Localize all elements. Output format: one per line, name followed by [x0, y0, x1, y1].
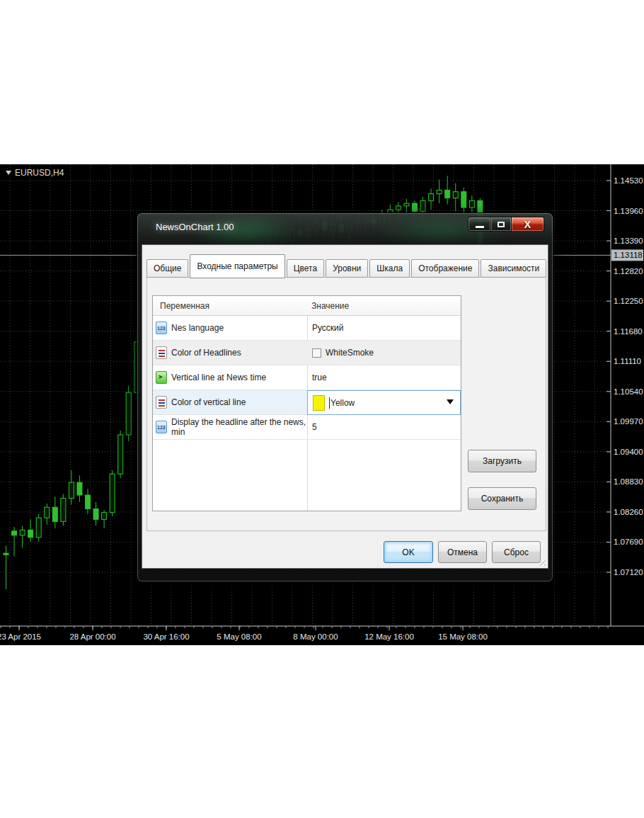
price-axis-label: 1.09400 — [614, 448, 643, 456]
time-axis-label: 28 Apr 00:00 — [69, 632, 115, 641]
price-axis-label: 1.08830 — [614, 477, 643, 486]
current-price-label: 1.13118 — [614, 251, 643, 259]
tab-bar: ОбщиеВходные параметрыЦветаУровниШкалаОт… — [146, 253, 548, 278]
bool-param-icon — [156, 371, 167, 384]
table-row[interactable]: Display the headline after the news, min… — [153, 415, 461, 440]
param-name: Nes language — [171, 323, 224, 333]
tab-6[interactable]: Отображение — [411, 259, 479, 278]
price-axis-label: 1.12820 — [614, 267, 643, 275]
tab-2[interactable]: Входные параметры — [190, 254, 284, 278]
numeric-param-icon — [156, 322, 167, 334]
save-button[interactable]: Сохранить — [468, 487, 536, 510]
maximize-button[interactable] — [491, 217, 512, 232]
tab-5[interactable]: Шкала — [369, 259, 410, 278]
newsonchart-dialog: NewsOnChart 1.00 X ОбщиеВходные параметр… — [137, 212, 553, 582]
price-axis-label: 1.08260 — [614, 508, 643, 516]
price-axis-label: 1.11680 — [614, 327, 643, 336]
param-name: Display the headline after the news, min — [171, 417, 307, 437]
cancel-button[interactable]: Отмена — [438, 541, 487, 563]
parameters-table: Переменная Значение Nes languageРусскийC… — [152, 295, 461, 511]
ok-button-label: OK — [402, 547, 414, 557]
dialog-titlebar[interactable]: NewsOnChart 1.00 X — [137, 213, 553, 244]
ok-button[interactable]: OK — [384, 541, 433, 563]
tab-1[interactable]: Общие — [146, 259, 188, 278]
symbol-label[interactable]: EURUSD,H4 — [6, 168, 64, 178]
column-header-param: Переменная — [160, 301, 209, 311]
price-axis-label: 1.09970 — [614, 417, 643, 426]
reset-button[interactable]: Сброс — [492, 541, 541, 563]
color-swatch — [313, 395, 325, 411]
table-header: Переменная Значение — [153, 296, 461, 316]
price-axis-label: 1.10540 — [614, 387, 643, 396]
color-param-icon — [156, 396, 167, 409]
price-axis-label: 1.07120 — [614, 568, 643, 576]
price-axis-label: 1.14530 — [614, 176, 643, 185]
param-value[interactable]: WhiteSmoke — [326, 348, 374, 358]
time-axis-label: 8 May 00:00 — [293, 632, 338, 641]
tab-3[interactable]: Цвета — [287, 259, 324, 278]
cancel-button-label: Отмена — [447, 547, 478, 557]
param-value: Yellow — [330, 398, 355, 408]
price-axis-label: 1.07690 — [614, 538, 643, 546]
close-icon: X — [524, 219, 531, 230]
numeric-param-icon — [156, 421, 167, 433]
text-caret — [329, 397, 330, 409]
tab-4[interactable]: Уровни — [326, 259, 368, 278]
table-row[interactable]: Nes languageРусский — [153, 316, 461, 341]
column-header-value: Значение — [311, 301, 349, 311]
reset-button-label: Сброс — [504, 547, 529, 557]
param-name: Vertical line at News time — [171, 373, 266, 382]
chevron-down-icon[interactable] — [447, 399, 454, 404]
time-axis-label: 23 Apr 2015 — [0, 632, 41, 641]
param-name: Color of Headlines — [171, 348, 241, 358]
table-row[interactable]: Color of vertical lineYellow — [153, 390, 461, 415]
param-value[interactable]: 5 — [312, 422, 317, 432]
load-button[interactable]: Загрузить — [468, 450, 536, 472]
screenshot-root: { "chart": { "symbol_label": "EURUSD,H4"… — [0, 0, 644, 818]
dialog-title: NewsOnChart 1.00 — [156, 222, 234, 232]
load-button-label: Загрузить — [483, 456, 522, 466]
time-axis-label: 5 May 08:00 — [217, 632, 261, 641]
svg-text:EURUSD,H4: EURUSD,H4 — [15, 168, 64, 178]
color-swatch — [312, 348, 321, 358]
param-value[interactable]: Русский — [312, 323, 344, 333]
color-param-icon — [156, 346, 167, 359]
param-name: Color of vertical line — [171, 397, 246, 407]
table-row[interactable]: Color of HeadlinesWhiteSmoke — [153, 341, 461, 365]
close-button[interactable]: X — [512, 217, 544, 232]
save-button-label: Сохранить — [481, 494, 524, 504]
param-value[interactable]: true — [312, 373, 327, 382]
price-axis-label: 1.13390 — [614, 237, 643, 245]
minimize-button[interactable] — [468, 217, 491, 232]
tab-7[interactable]: Зависимости — [481, 259, 546, 278]
time-axis-label: 15 May 08:00 — [438, 632, 488, 641]
color-combobox[interactable]: Yellow — [307, 390, 461, 415]
price-axis-label: 1.13960 — [614, 207, 643, 215]
time-axis-label: 12 May 16:00 — [364, 632, 414, 641]
window-controls: X — [468, 217, 544, 232]
maximize-icon — [498, 222, 505, 227]
minimize-icon — [476, 226, 484, 228]
price-axis-label: 1.11110 — [614, 357, 641, 365]
time-axis-label: 30 Apr 16:00 — [143, 632, 189, 641]
price-axis-label: 1.12250 — [614, 297, 643, 305]
table-row[interactable]: Vertical line at News timetrue — [153, 365, 461, 390]
dialog-client-area: ОбщиеВходные параметрыЦветаУровниШкалаОт… — [142, 244, 548, 569]
